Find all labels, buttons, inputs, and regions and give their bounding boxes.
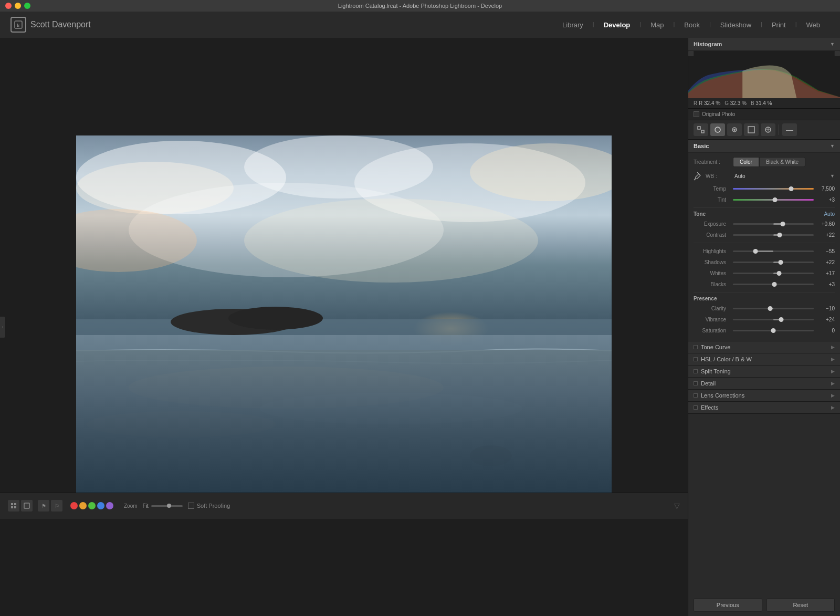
eyedropper-icon[interactable]: [694, 171, 703, 181]
split-toning-row[interactable]: Split Toning ▶: [688, 366, 840, 378]
soft-proofing-checkbox[interactable]: [188, 503, 194, 509]
photo-container: [76, 135, 612, 493]
clarity-value: −10: [816, 306, 835, 311]
highlights-value: −55: [816, 248, 835, 254]
left-panel-toggle[interactable]: ›: [0, 317, 5, 338]
wb-label: WB :: [706, 173, 734, 179]
svg-point-31: [733, 129, 736, 131]
hist-r: R R 32.4 %: [694, 100, 720, 106]
nav-library[interactable]: Library: [553, 17, 593, 33]
nav-web[interactable]: Web: [797, 17, 830, 33]
unflag-icon[interactable]: ⚐: [51, 500, 62, 511]
vibrance-value: +24: [816, 317, 835, 322]
svg-point-29: [715, 127, 720, 132]
svg-point-16: [129, 367, 444, 409]
bw-treatment-btn[interactable]: Black & White: [759, 157, 805, 167]
svg-rect-22: [11, 506, 13, 508]
shadows-value: +22: [816, 259, 835, 265]
highlights-slider[interactable]: [733, 250, 814, 252]
nav-print[interactable]: Print: [762, 17, 795, 33]
main-content: ›: [0, 38, 840, 616]
orange-label[interactable]: [79, 502, 87, 509]
purple-label[interactable]: [106, 502, 113, 509]
blue-label[interactable]: [97, 502, 104, 509]
loupe-view-icon[interactable]: [21, 500, 33, 511]
contrast-label: Contrast: [694, 232, 730, 238]
tint-value: +3: [816, 197, 835, 203]
app-logo: lr Scott Davenport: [10, 17, 91, 33]
svg-text:lr: lr: [17, 23, 20, 28]
wb-dropdown-icon[interactable]: ▼: [830, 173, 835, 179]
detail-arrow: ▶: [831, 381, 835, 386]
redeye-tool[interactable]: [727, 123, 742, 136]
nav-map[interactable]: Map: [641, 17, 673, 33]
blacks-value: +3: [816, 281, 835, 287]
highlights-label: Highlights: [694, 248, 730, 254]
saturation-slider[interactable]: [733, 330, 814, 331]
nav-develop[interactable]: Develop: [594, 17, 640, 33]
graduated-tool[interactable]: [744, 123, 759, 136]
crop-tool[interactable]: [694, 123, 708, 136]
lens-corrections-indicator: [694, 393, 698, 398]
green-label[interactable]: [88, 502, 96, 509]
zoom-value: Fit: [143, 503, 149, 509]
svg-rect-25: [688, 51, 694, 56]
vibrance-slider[interactable]: [733, 319, 814, 320]
contrast-slider[interactable]: [733, 234, 814, 236]
original-photo-checkbox[interactable]: [694, 111, 699, 117]
lens-corrections-row[interactable]: Lens Corrections ▶: [688, 390, 840, 402]
main-photo: [76, 135, 612, 493]
svg-rect-23: [14, 506, 16, 508]
effects-row[interactable]: Effects ▶: [688, 402, 840, 414]
reset-button[interactable]: Reset: [766, 598, 835, 612]
histogram-header[interactable]: Histogram ▼: [688, 38, 840, 51]
previous-button[interactable]: Previous: [694, 598, 762, 612]
right-panel: Histogram ▼: [688, 38, 840, 616]
minus-icon[interactable]: —: [782, 123, 797, 136]
saturation-slider-row: Saturation 0: [694, 326, 835, 335]
basic-section-header[interactable]: Basic ▼: [688, 140, 840, 153]
heal-tool[interactable]: [710, 123, 725, 136]
temp-slider-row: Temp 7,500: [694, 184, 835, 193]
exposure-slider[interactable]: [733, 223, 814, 225]
svg-point-14: [228, 307, 323, 330]
svg-rect-12: [76, 319, 612, 335]
clarity-label: Clarity: [694, 306, 730, 311]
hsl-indicator: [694, 357, 698, 361]
highlights-slider-row: Highlights −55: [694, 246, 835, 256]
hsl-label: HSL / Color / B & W: [701, 356, 752, 362]
exposure-label: Exposure: [694, 221, 730, 227]
nav-book[interactable]: Book: [675, 17, 709, 33]
zoom-slider[interactable]: [151, 505, 183, 507]
close-button[interactable]: [5, 3, 12, 9]
wb-value: Auto: [734, 173, 746, 179]
grid-view-icon[interactable]: [8, 500, 19, 511]
minimize-button[interactable]: [15, 3, 21, 9]
hsl-row[interactable]: HSL / Color / B & W ▶: [688, 353, 840, 366]
shadows-slider[interactable]: [733, 262, 814, 263]
blacks-slider[interactable]: [733, 284, 814, 285]
bottom-expand-icon[interactable]: ▽: [674, 502, 680, 510]
tone-curve-row[interactable]: Tone Curve ▶: [688, 341, 840, 353]
radial-tool[interactable]: [761, 123, 775, 136]
nav-slideshow[interactable]: Slideshow: [711, 17, 761, 33]
temp-label: Temp: [694, 186, 730, 192]
flag-icon[interactable]: ⚑: [38, 500, 49, 511]
blacks-slider-row: Blacks +3: [694, 279, 835, 289]
temp-slider[interactable]: [733, 188, 814, 190]
red-label[interactable]: [70, 502, 78, 509]
split-toning-label: Split Toning: [701, 368, 731, 374]
tint-slider-row: Tint +3: [694, 195, 835, 204]
svg-rect-26: [835, 51, 840, 56]
detail-label: Detail: [701, 380, 716, 387]
svg-rect-15: [76, 335, 612, 493]
divider-3: [694, 292, 835, 293]
maximize-button[interactable]: [24, 3, 30, 9]
color-labels: [70, 502, 113, 509]
clarity-slider[interactable]: [733, 308, 814, 309]
detail-row[interactable]: Detail ▶: [688, 378, 840, 390]
tint-slider[interactable]: [733, 199, 814, 201]
whites-slider[interactable]: [733, 273, 814, 274]
svg-point-19: [470, 445, 512, 466]
color-treatment-btn[interactable]: Color: [733, 157, 759, 167]
